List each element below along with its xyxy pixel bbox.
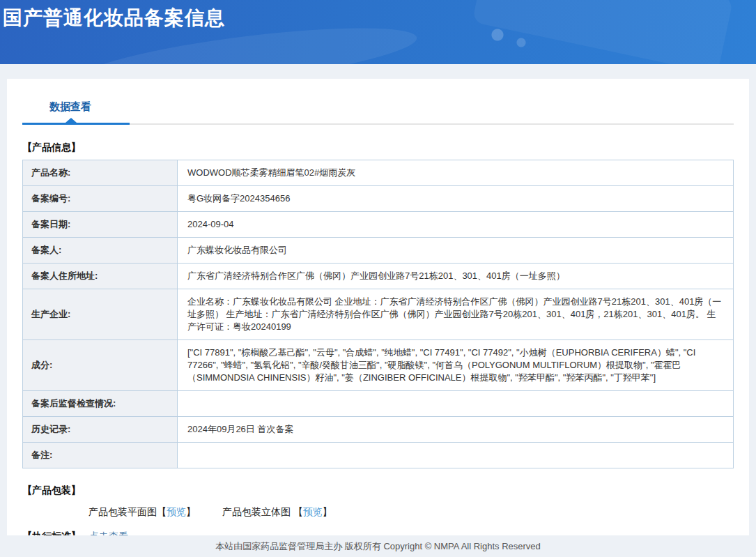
field-value: 广东蝶妆化妆品有限公司 <box>178 238 734 264</box>
exec-standard-row: 【执行标准】点击查看 <box>22 531 734 535</box>
field-label: 备案日期: <box>23 212 178 238</box>
tab-data-view[interactable]: 数据查看 <box>49 100 91 114</box>
page-footer: 本站由国家药品监督管理局主办 版权所有 Copyright © NMPA All… <box>0 535 756 557</box>
field-label: 成分: <box>23 340 178 391</box>
table-row-remarks: 备注: <box>23 443 734 468</box>
table-row-history: 历史记录: 2024年09月26日 首次备案 <box>23 417 734 443</box>
tab-bar: 数据查看 <box>22 79 734 125</box>
bracket-open: 【 <box>157 506 167 517</box>
field-value: 粤G妆网备字2024354656 <box>178 186 734 212</box>
packaging-flat-preview-link[interactable]: 预览 <box>167 506 186 517</box>
bracket-open: 【 <box>293 506 303 517</box>
field-label: 备案后监督检查情况: <box>23 391 178 417</box>
bracket-close: 】 <box>323 506 332 517</box>
page-title: 国产普通化妆品备案信息 <box>0 0 756 31</box>
tab-active-arrow-icon <box>65 118 77 123</box>
field-label: 备注: <box>23 443 178 468</box>
packaging-flat-view: 产品包装平面图【预览】 <box>88 506 196 519</box>
copyright-text: 本站由国家药品监督管理局主办 版权所有 Copyright © NMPA All… <box>215 540 541 553</box>
tab-active-indicator <box>22 123 130 125</box>
tab-underline <box>22 123 734 125</box>
packaging-3d-preview-link[interactable]: 预览 <box>303 506 323 517</box>
field-value: 广东省广清经济特别合作区广佛（佛冈）产业园创业路7号21栋201、301、401… <box>178 264 734 289</box>
bracket-close: 】 <box>186 506 196 517</box>
exec-standard-view-link[interactable]: 点击查看 <box>89 531 128 535</box>
product-info-heading: 【产品信息】 <box>22 142 734 154</box>
table-row-manufacturer: 生产企业: 企业名称：广东蝶妆化妆品有限公司 企业地址：广东省广清经济特别合作区… <box>23 289 734 340</box>
table-row-registration-date: 备案日期: 2024-09-04 <box>23 212 734 238</box>
content-card: 数据查看 【产品信息】 产品名称: WODWOD顺芯柔雾精细眉笔02#烟雨炭灰 … <box>7 79 749 535</box>
table-row-registrant-address: 备案人住所地址: 广东省广清经济特别合作区广佛（佛冈）产业园创业路7号21栋20… <box>23 264 734 289</box>
field-value: WODWOD顺芯柔雾精细眉笔02#烟雨炭灰 <box>178 160 734 186</box>
page-header: 国产普通化妆品备案信息 <box>0 0 756 64</box>
field-label: 历史记录: <box>23 417 178 443</box>
field-label: 备案人: <box>23 238 178 264</box>
field-value: 企业名称：广东蝶妆化妆品有限公司 企业地址：广东省广清经济特别合作区广佛（佛冈）… <box>178 289 734 340</box>
packaging-3d-label: 产品包装立体图 <box>222 506 291 517</box>
field-label: 备案编号: <box>23 186 178 212</box>
field-value: 2024年09月26日 首次备案 <box>178 417 734 443</box>
table-row-supervision-check: 备案后监督检查情况: <box>23 391 734 417</box>
field-label: 备案人住所地址: <box>23 264 178 289</box>
packaging-flat-label: 产品包装平面图 <box>88 506 157 517</box>
product-info-table: 产品名称: WODWOD顺芯柔雾精细眉笔02#烟雨炭灰 备案编号: 粤G妆网备字… <box>22 160 734 468</box>
exec-standard-heading: 【执行标准】 <box>22 531 81 535</box>
table-row-ingredients: 成分: ["CI 77891", "棕榈酸乙基己酯", "云母", "合成蜡",… <box>23 340 734 391</box>
table-row-registrant: 备案人: 广东蝶妆化妆品有限公司 <box>23 238 734 264</box>
field-value: ["CI 77891", "棕榈酸乙基己酯", "云母", "合成蜡", "纯地… <box>178 340 734 391</box>
field-value <box>178 391 734 417</box>
packaging-3d-view: 产品包装立体图 【预览】 <box>222 506 332 519</box>
packaging-heading: 【产品包装】 <box>22 484 734 497</box>
table-row-registration-number: 备案编号: 粤G妆网备字2024354656 <box>23 186 734 212</box>
table-row-product-name: 产品名称: WODWOD顺芯柔雾精细眉笔02#烟雨炭灰 <box>23 160 734 186</box>
field-value <box>178 443 734 468</box>
field-value: 2024-09-04 <box>178 212 734 238</box>
field-label: 生产企业: <box>23 289 178 340</box>
tab-divider-line <box>130 123 734 125</box>
field-label: 产品名称: <box>23 160 178 186</box>
packaging-items: 产品包装平面图【预览】 产品包装立体图 【预览】 <box>22 506 734 519</box>
